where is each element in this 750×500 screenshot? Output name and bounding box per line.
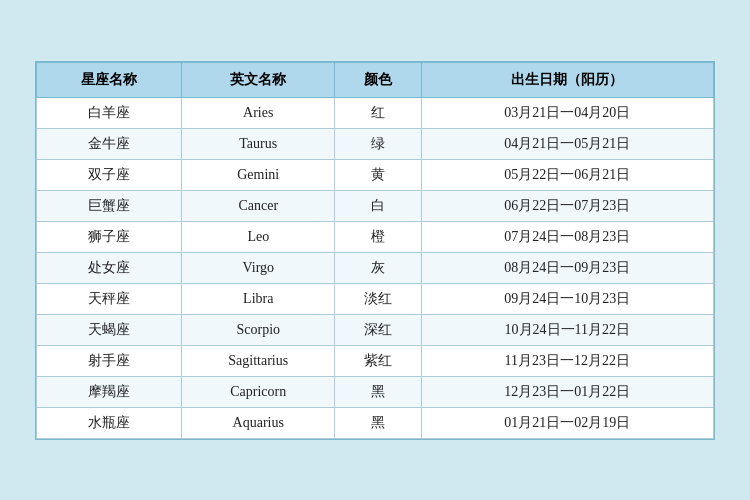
table-cell: 灰 (335, 252, 421, 283)
table-row: 巨蟹座Cancer白06月22日一07月23日 (37, 190, 714, 221)
col-header-color: 颜色 (335, 62, 421, 97)
table-row: 狮子座Leo橙07月24日一08月23日 (37, 221, 714, 252)
table-cell: Sagittarius (182, 345, 335, 376)
table-row: 处女座Virgo灰08月24日一09月23日 (37, 252, 714, 283)
table-cell: 白羊座 (37, 97, 182, 128)
table-row: 金牛座Taurus绿04月21日一05月21日 (37, 128, 714, 159)
col-header-birthdate: 出生日期（阳历） (421, 62, 713, 97)
table-cell: 处女座 (37, 252, 182, 283)
table-cell: Capricorn (182, 376, 335, 407)
table-body: 白羊座Aries红03月21日一04月20日金牛座Taurus绿04月21日一0… (37, 97, 714, 438)
table-cell: 08月24日一09月23日 (421, 252, 713, 283)
table-row: 天蝎座Scorpio深红10月24日一11月22日 (37, 314, 714, 345)
table-row: 水瓶座Aquarius黑01月21日一02月19日 (37, 407, 714, 438)
table-cell: 红 (335, 97, 421, 128)
table-cell: 狮子座 (37, 221, 182, 252)
table-cell: 天蝎座 (37, 314, 182, 345)
col-header-english-name: 英文名称 (182, 62, 335, 97)
table-cell: 05月22日一06月21日 (421, 159, 713, 190)
table-cell: Virgo (182, 252, 335, 283)
table-cell: 紫红 (335, 345, 421, 376)
table-cell: 11月23日一12月22日 (421, 345, 713, 376)
table-cell: 07月24日一08月23日 (421, 221, 713, 252)
table-cell: 白 (335, 190, 421, 221)
table-row: 天秤座Libra淡红09月24日一10月23日 (37, 283, 714, 314)
table-cell: Leo (182, 221, 335, 252)
table-cell: 天秤座 (37, 283, 182, 314)
table-cell: Gemini (182, 159, 335, 190)
table-row: 摩羯座Capricorn黑12月23日一01月22日 (37, 376, 714, 407)
table-cell: Scorpio (182, 314, 335, 345)
table-cell: Libra (182, 283, 335, 314)
table-cell: 03月21日一04月20日 (421, 97, 713, 128)
table-cell: 06月22日一07月23日 (421, 190, 713, 221)
table-cell: Taurus (182, 128, 335, 159)
table-row: 白羊座Aries红03月21日一04月20日 (37, 97, 714, 128)
zodiac-table: 星座名称 英文名称 颜色 出生日期（阳历） 白羊座Aries红03月21日一04… (36, 62, 714, 439)
table-cell: 射手座 (37, 345, 182, 376)
table-cell: 黄 (335, 159, 421, 190)
table-cell: 水瓶座 (37, 407, 182, 438)
table-row: 双子座Gemini黄05月22日一06月21日 (37, 159, 714, 190)
table-cell: 金牛座 (37, 128, 182, 159)
zodiac-table-container: 星座名称 英文名称 颜色 出生日期（阳历） 白羊座Aries红03月21日一04… (35, 61, 715, 440)
table-cell: Aries (182, 97, 335, 128)
table-cell: 04月21日一05月21日 (421, 128, 713, 159)
table-cell: Aquarius (182, 407, 335, 438)
table-cell: 09月24日一10月23日 (421, 283, 713, 314)
table-row: 射手座Sagittarius紫红11月23日一12月22日 (37, 345, 714, 376)
table-cell: 黑 (335, 407, 421, 438)
table-cell: 12月23日一01月22日 (421, 376, 713, 407)
table-cell: 淡红 (335, 283, 421, 314)
table-cell: 摩羯座 (37, 376, 182, 407)
table-cell: 橙 (335, 221, 421, 252)
table-cell: 双子座 (37, 159, 182, 190)
table-cell: 01月21日一02月19日 (421, 407, 713, 438)
table-cell: 黑 (335, 376, 421, 407)
table-cell: 10月24日一11月22日 (421, 314, 713, 345)
table-cell: 绿 (335, 128, 421, 159)
table-cell: Cancer (182, 190, 335, 221)
col-header-chinese-name: 星座名称 (37, 62, 182, 97)
table-cell: 巨蟹座 (37, 190, 182, 221)
table-cell: 深红 (335, 314, 421, 345)
table-header-row: 星座名称 英文名称 颜色 出生日期（阳历） (37, 62, 714, 97)
